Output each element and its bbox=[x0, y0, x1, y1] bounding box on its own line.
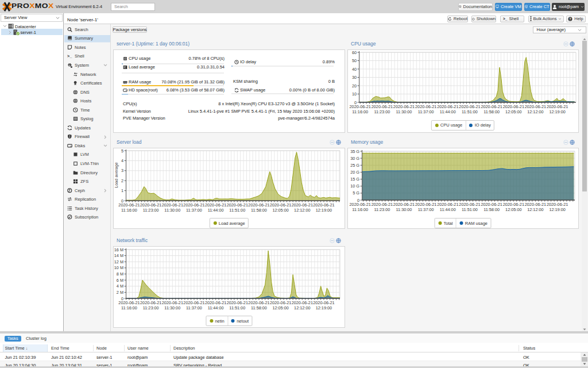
svg-text:1: 1 bbox=[121, 188, 123, 193]
svg-text:11:51:00: 11:51:00 bbox=[229, 305, 245, 310]
svg-text:30 G: 30 G bbox=[350, 156, 359, 161]
svg-text:11:51:00: 11:51:00 bbox=[229, 208, 245, 213]
svg-text:11:51:00: 11:51:00 bbox=[462, 207, 478, 212]
svg-text:2020-06-21: 2020-06-21 bbox=[350, 104, 371, 109]
svg-text:11:37:00: 11:37:00 bbox=[418, 109, 434, 114]
svg-text:2020-06-21: 2020-06-21 bbox=[183, 202, 204, 208]
svg-text:2020-06-21: 2020-06-21 bbox=[313, 202, 334, 208]
svg-text:2020-06-21: 2020-06-21 bbox=[248, 202, 269, 208]
svg-text:2020-06-21: 2020-06-21 bbox=[372, 202, 393, 207]
svg-text:2020-06-21: 2020-06-21 bbox=[292, 202, 313, 208]
svg-text:2020-06-21: 2020-06-21 bbox=[547, 202, 568, 207]
svg-text:35 G: 35 G bbox=[350, 149, 359, 154]
svg-text:11:16:00: 11:16:00 bbox=[352, 207, 368, 212]
svg-text:2020-06-21: 2020-06-21 bbox=[415, 202, 436, 207]
svg-text:11:37:00: 11:37:00 bbox=[186, 305, 202, 310]
svg-text:2020-06-21: 2020-06-21 bbox=[118, 300, 140, 305]
svg-text:11:37:00: 11:37:00 bbox=[186, 208, 202, 213]
svg-text:4: 4 bbox=[121, 158, 123, 163]
svg-text:12:19:00: 12:19:00 bbox=[549, 109, 565, 114]
svg-text:2020-06-21: 2020-06-21 bbox=[525, 104, 546, 109]
svg-text:2020-06-21: 2020-06-21 bbox=[503, 202, 524, 207]
svg-text:5 G: 5 G bbox=[353, 190, 359, 195]
svg-text:14 M: 14 M bbox=[114, 253, 123, 258]
svg-text:4 M: 4 M bbox=[117, 283, 123, 289]
svg-text:11:23:00: 11:23:00 bbox=[374, 109, 390, 114]
svg-text:12:05:00: 12:05:00 bbox=[272, 305, 288, 310]
svg-text:5: 5 bbox=[121, 148, 123, 154]
svg-text:12:19:00: 12:19:00 bbox=[316, 305, 332, 310]
svg-text:2020-06-21: 2020-06-21 bbox=[227, 300, 248, 305]
svg-text:2: 2 bbox=[121, 178, 123, 183]
svg-text:12:12:00: 12:12:00 bbox=[527, 109, 543, 114]
svg-text:2020-06-21: 2020-06-21 bbox=[292, 300, 313, 305]
svg-text:?: ? bbox=[570, 17, 571, 21]
svg-text:11:44:00: 11:44:00 bbox=[440, 207, 456, 212]
svg-text:2020-06-21: 2020-06-21 bbox=[162, 300, 183, 305]
svg-text:11:23:00: 11:23:00 bbox=[143, 305, 159, 310]
svg-text:11:23:00: 11:23:00 bbox=[143, 208, 159, 213]
svg-text:11:58:00: 11:58:00 bbox=[251, 305, 267, 310]
svg-text:10: 10 bbox=[352, 91, 357, 97]
svg-text:11:16:00: 11:16:00 bbox=[121, 305, 137, 310]
svg-text:12:05:00: 12:05:00 bbox=[505, 109, 521, 114]
svg-text:11:23:00: 11:23:00 bbox=[374, 207, 390, 212]
svg-text:11:58:00: 11:58:00 bbox=[483, 207, 500, 212]
svg-text:20 G: 20 G bbox=[350, 170, 359, 175]
svg-text:2020-06-21: 2020-06-21 bbox=[205, 202, 226, 208]
svg-text:2020-06-21: 2020-06-21 bbox=[459, 104, 480, 109]
svg-text:2020-06-21: 2020-06-21 bbox=[227, 202, 248, 208]
svg-text:12 M: 12 M bbox=[114, 259, 123, 264]
svg-text:2020-06-21: 2020-06-21 bbox=[459, 202, 480, 207]
svg-text:11:30:00: 11:30:00 bbox=[164, 208, 180, 213]
svg-text:10 M: 10 M bbox=[114, 265, 123, 270]
svg-text:2020-06-21: 2020-06-21 bbox=[393, 104, 415, 109]
svg-text:3: 3 bbox=[121, 168, 123, 173]
svg-text:2020-06-21: 2020-06-21 bbox=[270, 202, 291, 208]
svg-text:2020-06-21: 2020-06-21 bbox=[481, 202, 502, 207]
svg-text:2020-06-21: 2020-06-21 bbox=[248, 300, 269, 305]
svg-text:2020-06-21: 2020-06-21 bbox=[393, 202, 415, 207]
svg-text:2 M: 2 M bbox=[117, 290, 123, 295]
svg-text:2020-06-21: 2020-06-21 bbox=[372, 104, 393, 109]
svg-text:12:12:00: 12:12:00 bbox=[294, 208, 310, 213]
svg-text:2020-06-21: 2020-06-21 bbox=[313, 300, 334, 305]
svg-text:60: 60 bbox=[352, 50, 357, 55]
svg-text:12:12:00: 12:12:00 bbox=[527, 207, 543, 212]
svg-text:15 G: 15 G bbox=[350, 177, 359, 182]
svg-text:2020-06-21: 2020-06-21 bbox=[183, 300, 204, 305]
svg-text:11:30:00: 11:30:00 bbox=[396, 109, 412, 114]
svg-text:11:58:00: 11:58:00 bbox=[483, 109, 500, 114]
svg-text:20: 20 bbox=[352, 83, 357, 89]
svg-text:12:05:00: 12:05:00 bbox=[505, 207, 521, 212]
svg-text:2020-06-21: 2020-06-21 bbox=[118, 202, 140, 208]
svg-text:2020-06-21: 2020-06-21 bbox=[140, 300, 161, 305]
svg-text:11:37:00: 11:37:00 bbox=[418, 207, 434, 212]
svg-text:25 G: 25 G bbox=[350, 163, 359, 168]
svg-text:2020-06-21: 2020-06-21 bbox=[547, 104, 568, 109]
svg-text:12:19:00: 12:19:00 bbox=[316, 208, 332, 213]
svg-text:11:30:00: 11:30:00 bbox=[164, 305, 180, 310]
svg-text:11:30:00: 11:30:00 bbox=[396, 207, 412, 212]
svg-text:11:44:00: 11:44:00 bbox=[208, 208, 224, 213]
svg-text:11:51:00: 11:51:00 bbox=[462, 109, 478, 114]
svg-text:2020-06-21: 2020-06-21 bbox=[525, 202, 546, 207]
svg-text:2020-06-21: 2020-06-21 bbox=[437, 104, 458, 109]
svg-text:2020-06-21: 2020-06-21 bbox=[503, 104, 524, 109]
svg-text:40: 40 bbox=[352, 67, 357, 72]
svg-text:2020-06-21: 2020-06-21 bbox=[481, 104, 502, 109]
svg-text:10 G: 10 G bbox=[350, 183, 359, 189]
svg-text:11:58:00: 11:58:00 bbox=[251, 208, 267, 213]
svg-text:8 M: 8 M bbox=[117, 271, 123, 277]
svg-text:2020-06-21: 2020-06-21 bbox=[350, 202, 371, 207]
svg-text:6 M: 6 M bbox=[117, 278, 123, 283]
svg-text:2020-06-21: 2020-06-21 bbox=[437, 202, 458, 207]
svg-text:2020-06-21: 2020-06-21 bbox=[205, 300, 226, 305]
svg-text:2020-06-21: 2020-06-21 bbox=[415, 104, 436, 109]
svg-text:16 M: 16 M bbox=[114, 247, 123, 252]
svg-text:50: 50 bbox=[352, 58, 357, 63]
svg-text:11:44:00: 11:44:00 bbox=[208, 305, 224, 310]
svg-text:11:16:00: 11:16:00 bbox=[352, 109, 368, 114]
svg-text:Load average: Load average bbox=[114, 162, 119, 188]
svg-text:11:44:00: 11:44:00 bbox=[440, 109, 456, 114]
